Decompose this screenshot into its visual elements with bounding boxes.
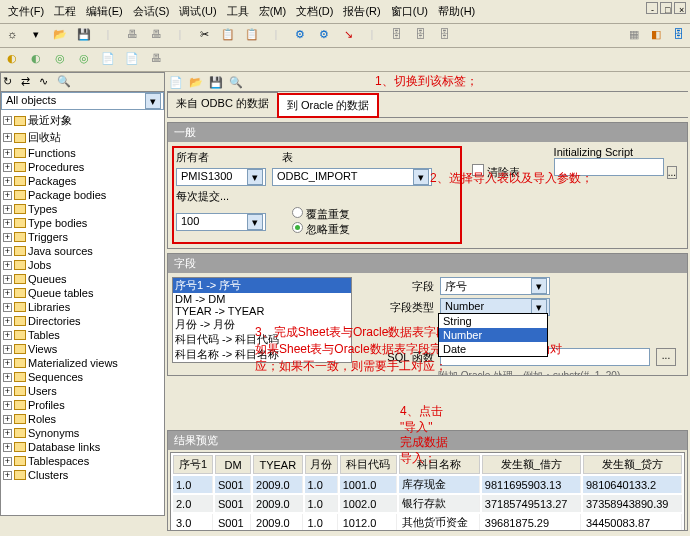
commit-select[interactable]: 100: [176, 213, 266, 231]
menu-file[interactable]: 文件(F): [4, 2, 48, 21]
expand-icon[interactable]: +: [3, 373, 12, 382]
tree-label[interactable]: Procedures: [28, 161, 84, 173]
ignore-radio[interactable]: [292, 222, 303, 233]
tb2-4-icon[interactable]: ◎: [76, 52, 92, 68]
minimize-icon[interactable]: -: [646, 2, 658, 14]
tree-label[interactable]: Types: [28, 203, 57, 215]
table-select[interactable]: ODBC_IMPORT: [272, 168, 432, 186]
menu-window[interactable]: 窗口(U): [387, 2, 432, 21]
menu-docs[interactable]: 文档(D): [292, 2, 337, 21]
menu-tools[interactable]: 工具: [223, 2, 253, 21]
tree-label[interactable]: Type bodies: [28, 217, 87, 229]
expand-icon[interactable]: +: [3, 133, 12, 142]
expand-icon[interactable]: +: [3, 457, 12, 466]
arrow-icon[interactable]: ↘: [340, 28, 356, 44]
tree-label[interactable]: Jobs: [28, 259, 51, 271]
objects-dropdown[interactable]: All objects: [1, 92, 164, 110]
field-select[interactable]: 序号: [440, 277, 550, 295]
expand-icon[interactable]: +: [3, 261, 12, 270]
db1-icon[interactable]: 🗄: [388, 28, 404, 44]
expand-icon[interactable]: +: [3, 163, 12, 172]
tree-label[interactable]: Materialized views: [28, 357, 118, 369]
expand-icon[interactable]: +: [3, 219, 12, 228]
menu-macro[interactable]: 宏(M): [255, 2, 291, 21]
refresh-icon[interactable]: ↻: [3, 75, 17, 89]
menu-project[interactable]: 工程: [50, 2, 80, 21]
tb2-7-icon[interactable]: 🖶: [148, 52, 164, 68]
cut-icon[interactable]: ✂: [196, 28, 212, 44]
print2-icon[interactable]: 🖶: [148, 28, 164, 44]
cleartable-checkbox[interactable]: [472, 164, 484, 176]
content-tb-4[interactable]: 🔍: [229, 76, 243, 89]
tab-from-odbc[interactable]: 来自 ODBC 的数据: [167, 92, 278, 117]
expand-icon[interactable]: +: [3, 205, 12, 214]
db3-icon[interactable]: 🗄: [436, 28, 452, 44]
expand-icon[interactable]: +: [3, 443, 12, 452]
expand-icon[interactable]: +: [3, 331, 12, 340]
init-script-browse[interactable]: ...: [667, 166, 677, 179]
tree-label[interactable]: Users: [28, 385, 57, 397]
restore-icon[interactable]: □: [660, 2, 672, 14]
expand-icon[interactable]: +: [3, 471, 12, 480]
preview-table[interactable]: 序号1DMTYEAR月份科目代码科目名称发生额_借方发生额_贷方1.0S0012…: [170, 452, 685, 530]
object-tree[interactable]: +最近对象+回收站+Functions+Procedures+Packages+…: [1, 110, 164, 515]
expand-icon[interactable]: +: [3, 289, 12, 298]
tree-label[interactable]: Packages: [28, 175, 76, 187]
owner-select[interactable]: PMIS1300: [176, 168, 266, 186]
close-icon[interactable]: ×: [674, 2, 686, 14]
expand-icon[interactable]: +: [3, 233, 12, 242]
tree-label[interactable]: Tables: [28, 329, 60, 341]
tree-label[interactable]: Functions: [28, 147, 76, 159]
expand-icon[interactable]: +: [3, 247, 12, 256]
menu-debug[interactable]: 调试(U): [175, 2, 220, 21]
tree-label[interactable]: Package bodies: [28, 189, 106, 201]
tb2-3-icon[interactable]: ◎: [52, 52, 68, 68]
sql-browse[interactable]: ...: [656, 348, 676, 366]
expand-icon[interactable]: +: [3, 303, 12, 312]
tb2-5-icon[interactable]: 📄: [100, 52, 116, 68]
gear2-icon[interactable]: ⚙: [316, 28, 332, 44]
field-mapping-list[interactable]: 序号1 -> 序号DM -> DMTYEAR -> TYEAR月份 -> 月份科…: [172, 277, 352, 363]
paste-icon[interactable]: 📋: [244, 28, 260, 44]
init-script-input[interactable]: [554, 158, 664, 176]
content-tb-3[interactable]: 💾: [209, 76, 223, 89]
tree-label[interactable]: Database links: [28, 441, 100, 453]
tree-label[interactable]: 最近对象: [28, 113, 72, 128]
tree-label[interactable]: 回收站: [28, 130, 61, 145]
open-icon[interactable]: 📂: [52, 28, 68, 44]
tree-label[interactable]: Synonyms: [28, 427, 79, 439]
expand-icon[interactable]: +: [3, 317, 12, 326]
expand-icon[interactable]: +: [3, 191, 12, 200]
tree-label[interactable]: Views: [28, 343, 57, 355]
tree-label[interactable]: Java sources: [28, 245, 93, 257]
type-dropdown[interactable]: StringNumberDate: [438, 313, 548, 357]
tb2-1-icon[interactable]: ◐: [4, 52, 20, 68]
tree-label[interactable]: Libraries: [28, 301, 70, 313]
expand-icon[interactable]: +: [3, 345, 12, 354]
menu-session[interactable]: 会话(S): [129, 2, 174, 21]
expand-icon[interactable]: +: [3, 275, 12, 284]
content-tb-2[interactable]: 📂: [189, 76, 203, 89]
tool-r1-icon[interactable]: ▦: [626, 28, 642, 44]
v-icon[interactable]: ∿: [39, 75, 53, 89]
tree-label[interactable]: Triggers: [28, 231, 68, 243]
tree-label[interactable]: Clusters: [28, 469, 68, 481]
expand-icon[interactable]: +: [3, 116, 12, 125]
expand-icon[interactable]: +: [3, 415, 12, 424]
tree-label[interactable]: Tablespaces: [28, 455, 89, 467]
sun-icon[interactable]: ☼: [4, 28, 20, 44]
expand-icon[interactable]: +: [3, 149, 12, 158]
expand-icon[interactable]: +: [3, 429, 12, 438]
tool-r2-icon[interactable]: ◧: [648, 28, 664, 44]
tb2-2-icon[interactable]: ◐: [28, 52, 44, 68]
expand-icon[interactable]: +: [3, 359, 12, 368]
expand-icon[interactable]: +: [3, 401, 12, 410]
tab-to-oracle[interactable]: 到 Oracle 的数据: [277, 93, 380, 118]
tree-label[interactable]: Profiles: [28, 399, 65, 411]
tree-label[interactable]: Directories: [28, 315, 81, 327]
expand-icon[interactable]: +: [3, 177, 12, 186]
tree-label[interactable]: Queue tables: [28, 287, 93, 299]
expand-icon[interactable]: +: [3, 387, 12, 396]
tree-label[interactable]: Queues: [28, 273, 67, 285]
content-tb-1[interactable]: 📄: [169, 76, 183, 89]
